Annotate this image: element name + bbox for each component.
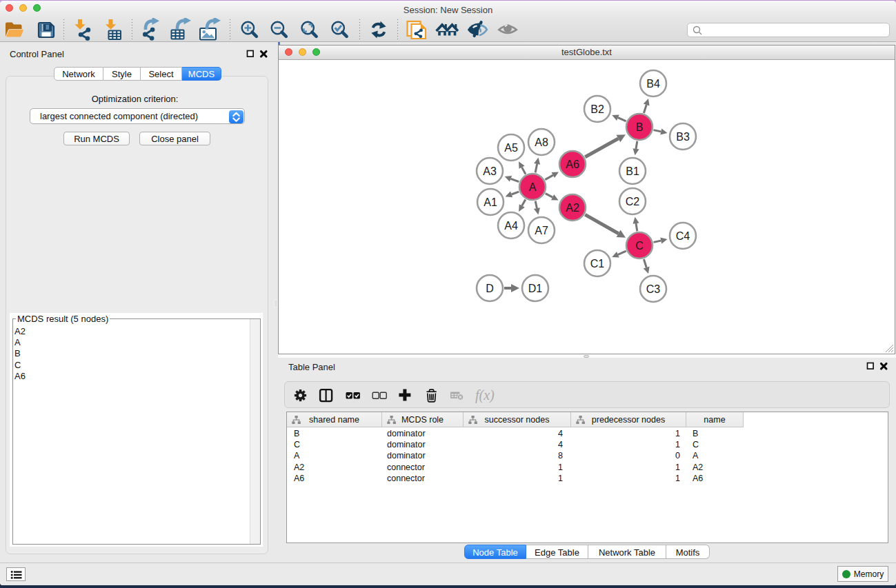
svg-text:A2: A2 — [566, 202, 579, 214]
svg-text:B3: B3 — [676, 131, 690, 143]
svg-text:B: B — [636, 121, 644, 133]
svg-text:A8: A8 — [535, 136, 548, 148]
svg-text:C2: C2 — [626, 196, 640, 207]
svg-text:B4: B4 — [646, 78, 660, 90]
svg-text:A3: A3 — [483, 165, 497, 177]
svg-text:C1: C1 — [590, 258, 605, 270]
svg-text:C: C — [635, 240, 644, 252]
svg-text:A1: A1 — [484, 196, 497, 208]
svg-text:A7: A7 — [535, 225, 548, 236]
svg-text:D: D — [486, 283, 494, 294]
svg-text:A5: A5 — [504, 142, 518, 154]
svg-text:B1: B1 — [626, 165, 639, 177]
svg-text:B2: B2 — [590, 103, 604, 115]
svg-text:A6: A6 — [566, 159, 579, 170]
svg-text:f(x): f(x) — [475, 387, 495, 403]
svg-text:D1: D1 — [528, 283, 543, 294]
svg-text:C4: C4 — [676, 230, 690, 242]
svg-text:A: A — [529, 181, 537, 193]
svg-text:A4: A4 — [504, 220, 518, 232]
svg-text:C3: C3 — [646, 283, 661, 295]
